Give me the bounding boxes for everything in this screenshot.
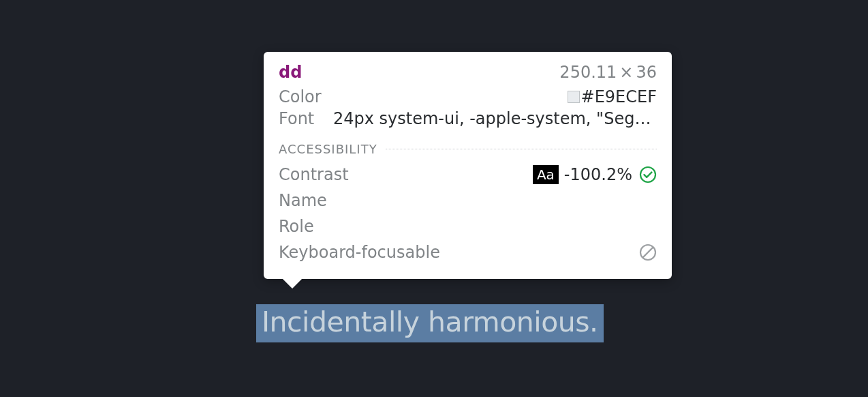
color-swatch-icon bbox=[568, 91, 580, 103]
dimension-width: 250.11 bbox=[559, 63, 617, 82]
dimension-x-icon: × bbox=[619, 63, 633, 82]
color-value: #E9ECEF bbox=[328, 87, 657, 106]
tooltip-header: dd 250.11×36 bbox=[279, 63, 657, 82]
color-row: Color #E9ECEF bbox=[279, 87, 657, 106]
color-hex: #E9ECEF bbox=[581, 87, 657, 106]
role-row: Role bbox=[279, 215, 657, 238]
keyboard-focusable-row: Keyboard-focusable bbox=[279, 241, 657, 264]
name-row: Name bbox=[279, 189, 657, 212]
check-circle-icon bbox=[639, 166, 657, 183]
keyboard-focusable-value bbox=[639, 244, 657, 261]
font-row: Font 24px system-ui, -apple-system, "Seg… bbox=[279, 109, 657, 128]
name-label: Name bbox=[279, 191, 657, 210]
contrast-row: Contrast Aa -100.2% bbox=[279, 163, 657, 186]
contrast-value: Aa -100.2% bbox=[533, 165, 657, 184]
contrast-percentage: -100.2% bbox=[564, 165, 632, 184]
element-tag-name: dd bbox=[279, 63, 302, 82]
inspected-element-text: Incidentally harmonious. bbox=[262, 306, 598, 338]
keyboard-focusable-label: Keyboard-focusable bbox=[279, 243, 639, 262]
accessibility-title: Accessibility bbox=[279, 142, 377, 156]
accessibility-section-header: Accessibility bbox=[279, 142, 657, 156]
contrast-sample-icon: Aa bbox=[533, 165, 559, 184]
contrast-label: Contrast bbox=[279, 165, 533, 184]
dimension-height: 36 bbox=[636, 63, 657, 82]
element-dimensions: 250.11×36 bbox=[559, 63, 657, 82]
inspected-element-highlight: Incidentally harmonious. bbox=[256, 304, 604, 342]
font-value: 24px system-ui, -apple-system, "Segoe… bbox=[333, 109, 657, 128]
element-inspector-tooltip: dd 250.11×36 Color #E9ECEF Font 24px sys… bbox=[264, 52, 672, 279]
not-allowed-icon bbox=[639, 244, 657, 261]
svg-line-2 bbox=[642, 247, 653, 257]
color-label: Color bbox=[279, 87, 328, 106]
role-label: Role bbox=[279, 217, 657, 236]
section-divider-line bbox=[386, 149, 657, 149]
font-label: Font bbox=[279, 109, 328, 128]
svg-point-0 bbox=[640, 167, 655, 182]
